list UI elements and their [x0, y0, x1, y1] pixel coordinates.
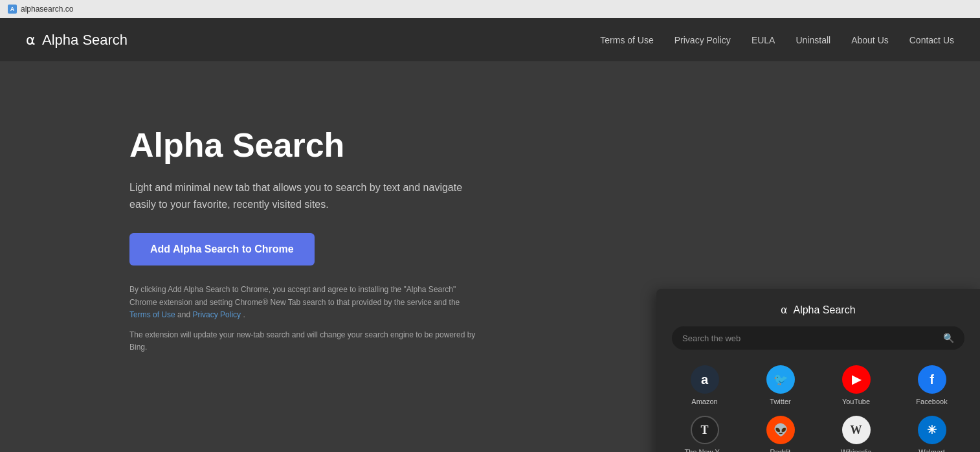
wikipedia-label: Wikipedia — [841, 448, 872, 452]
walmart-icon: ✳ — [918, 416, 946, 444]
amazon-label: Amazon — [691, 398, 717, 405]
nyt-label: The New Y... — [685, 448, 725, 452]
shortcut-amazon[interactable]: a Amazon — [672, 365, 737, 405]
disclaimer-text: By clicking Add Alpha Search to Chrome, … — [129, 284, 479, 321]
shortcut-twitter[interactable]: 🐦 Twitter — [748, 365, 813, 405]
disclaimer-end: . — [243, 310, 245, 319]
facebook-label: Facebook — [916, 398, 947, 405]
twitter-label: Twitter — [770, 398, 790, 405]
reddit-label: Reddit — [770, 448, 791, 452]
main-section: Alpha Search Light and minimal new tab t… — [0, 62, 980, 451]
browser-bar: A alphasearch.co — [0, 0, 980, 18]
disclaimer-body: By clicking Add Alpha Search to Chrome, … — [129, 285, 460, 306]
nyt-icon: T — [691, 416, 719, 444]
brand-logo[interactable]: ⍺ Alpha Search — [26, 32, 128, 49]
shortcut-nyt[interactable]: T The New Y... — [672, 416, 737, 452]
wikipedia-icon: W — [842, 416, 871, 444]
hero-content: Alpha Search Light and minimal new tab t… — [129, 114, 479, 354]
nav-terms[interactable]: Terms of Use — [600, 35, 653, 45]
navbar: ⍺ Alpha Search Terms of Use Privacy Poli… — [0, 18, 980, 62]
nav-about[interactable]: About Us — [851, 35, 889, 45]
preview-logo-symbol: ⍺ — [781, 305, 788, 315]
shortcut-walmart[interactable]: ✳ Walmart — [899, 416, 964, 452]
amazon-icon: a — [691, 365, 719, 394]
search-icon: 🔍 — [943, 333, 954, 343]
nav-uninstall[interactable]: Uninstall — [796, 35, 830, 45]
add-to-chrome-button[interactable]: Add Alpha Search to Chrome — [129, 233, 315, 266]
nav-privacy[interactable]: Privacy Policy — [674, 35, 731, 45]
shortcuts-grid: a Amazon 🐦 Twitter ▶ YouTube f Facebook … — [672, 365, 964, 452]
preview-header: ⍺ Alpha Search — [672, 304, 964, 316]
youtube-label: YouTube — [842, 398, 870, 405]
twitter-icon: 🐦 — [766, 365, 795, 394]
preview-title: Alpha Search — [793, 304, 855, 316]
browser-favicon: A — [8, 5, 17, 14]
nav-eula[interactable]: EULA — [752, 35, 775, 45]
shortcut-wikipedia[interactable]: W Wikipedia — [823, 416, 889, 452]
brand-name: Alpha Search — [42, 32, 128, 49]
shortcut-youtube[interactable]: ▶ YouTube — [823, 365, 889, 405]
walmart-label: Walmart — [919, 448, 945, 452]
privacy-link[interactable]: Privacy Policy — [192, 310, 241, 319]
hero-title: Alpha Search — [129, 127, 479, 164]
shortcut-reddit[interactable]: 👽 Reddit — [748, 416, 813, 452]
extension-info: The extension will update your new-tab s… — [129, 329, 479, 354]
youtube-icon: ▶ — [842, 365, 871, 394]
shortcut-facebook[interactable]: f Facebook — [899, 365, 964, 405]
reddit-icon: 👽 — [766, 416, 795, 444]
terms-link[interactable]: Terms of Use — [129, 310, 175, 319]
hero-subtitle: Light and minimal new tab that allows yo… — [129, 179, 466, 212]
browser-url: alphasearch.co — [21, 5, 73, 14]
search-placeholder-text: Search the web — [682, 333, 938, 343]
facebook-icon: f — [918, 365, 946, 394]
preview-search-bar[interactable]: Search the web 🔍 — [672, 326, 964, 350]
and-text: and — [177, 310, 192, 319]
preview-card: ⍺ Alpha Search Search the web 🔍 a Amazon… — [656, 289, 980, 452]
nav-contact[interactable]: Contact Us — [909, 35, 954, 45]
nav-links: Terms of Use Privacy Policy EULA Uninsta… — [600, 35, 954, 45]
brand-logo-symbol: ⍺ — [26, 33, 36, 47]
